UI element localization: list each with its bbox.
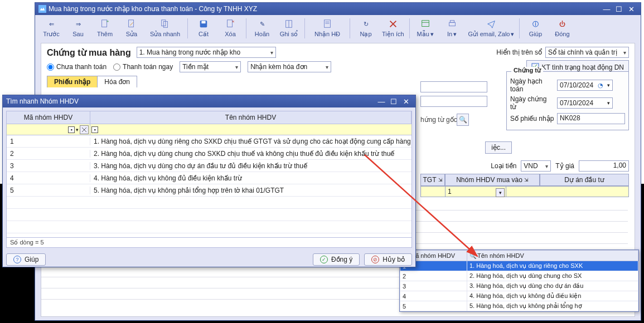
utils-button[interactable]: Tiện ích bbox=[380, 17, 406, 39]
send-button[interactable]: Gửi email, Zalo▾ bbox=[466, 17, 517, 39]
display-book-select[interactable]: Sổ tài chính và quản trị bbox=[545, 47, 629, 58]
popup-row[interactable]: 33. Hàng hóa, dịch vụ dùng cho dự án đầu bbox=[400, 281, 638, 291]
dialog-titlebar: Tìm nhanh Nhóm HHDV — ☐ ✕ bbox=[3, 95, 415, 107]
tab-receipt[interactable]: Phiếu nhập bbox=[47, 76, 98, 87]
prev-button[interactable]: ⇐Trước bbox=[38, 17, 64, 39]
posting-date-label: Ngày hạch toán bbox=[510, 77, 555, 93]
dialog-close-button[interactable]: ✕ bbox=[400, 97, 412, 106]
receive-invoice-button[interactable]: Nhận HĐ bbox=[308, 17, 347, 39]
dialog-col-code[interactable]: Mã nhóm HHDV bbox=[7, 111, 90, 124]
defer-button[interactable]: ✎Hoãn bbox=[249, 17, 275, 38]
reference-button[interactable]: iệc... bbox=[485, 141, 512, 154]
col-tgt[interactable]: TGT⇲ bbox=[420, 174, 445, 186]
template-icon bbox=[420, 18, 431, 30]
search-icon: 🔍 bbox=[469, 253, 476, 259]
group-dropdown-popup: 🔍Mã nhóm HHDV 🔍Tên nhóm HHDV 11. Hàng ho… bbox=[399, 249, 639, 312]
maximize-button[interactable]: ☐ bbox=[613, 5, 625, 13]
save-icon bbox=[198, 18, 209, 30]
dialog-row[interactable]: 44. Hàng hóa, dịch vụ không đủ điều kiện… bbox=[7, 172, 411, 184]
unpaid-radio[interactable]: Chưa thanh toán bbox=[47, 63, 106, 71]
popup-row[interactable]: 11. Hàng hoá, dịch vụ dùng riêng cho SXK bbox=[400, 261, 638, 271]
popup-row[interactable]: 55. Hàng hóa, dịch vụ không phải tổng hợ bbox=[400, 301, 638, 311]
document-group-title: Chứng từ bbox=[511, 67, 543, 74]
popup-row[interactable]: 44. Hàng hóa, dịch vụ không đủ điều kiện bbox=[400, 291, 638, 301]
chevron-down-icon[interactable]: ▾ bbox=[607, 82, 610, 88]
popup-row[interactable]: 22. Hàng hóa, dịch vụ dùng chung cho SX bbox=[400, 271, 638, 281]
doc-date-label: Ngày chứng từ bbox=[510, 95, 555, 111]
dialog-row[interactable]: 33. Hàng hóa, dịch vụ dùng cho dự án đầu… bbox=[7, 160, 411, 172]
svg-rect-17 bbox=[449, 22, 455, 26]
dialog-grid-header: Mã nhóm HHDV Tên nhóm HHDV bbox=[7, 111, 411, 124]
pin-icon: ⇲ bbox=[438, 177, 443, 183]
paid-now-radio[interactable]: Thanh toán ngay bbox=[113, 63, 173, 71]
chevron-down-icon: ▾ bbox=[430, 31, 434, 38]
pin-icon: ⇲ bbox=[524, 177, 529, 183]
currency-label: Loại tiền bbox=[491, 162, 516, 170]
edit-button[interactable]: Sửa bbox=[119, 17, 144, 39]
dialog-help-button[interactable]: ?Giúp bbox=[6, 253, 46, 266]
tab-invoice[interactable]: Hóa đơn bbox=[97, 76, 137, 87]
svg-rect-3 bbox=[129, 20, 134, 27]
printer-icon bbox=[447, 18, 458, 30]
dialog-minimize-button[interactable]: — bbox=[375, 97, 388, 106]
chevron-down-icon: ▾ bbox=[511, 31, 514, 38]
doc-date-input[interactable]: 07/10/2024 ▾ bbox=[557, 97, 613, 109]
dialog-maximize-button[interactable]: ☐ bbox=[388, 97, 400, 106]
chevron-down-icon[interactable]: ▾ bbox=[607, 100, 610, 106]
quick-edit-icon bbox=[159, 18, 171, 30]
rate-input[interactable]: 1,00 bbox=[579, 160, 629, 172]
dialog-row[interactable]: 22. Hàng hóa, dịch vụ dùng chung cho SXK… bbox=[7, 148, 411, 160]
filter-checkbox-2[interactable]: ▪ bbox=[91, 126, 98, 133]
exit-button[interactable]: ⏻Đóng bbox=[549, 17, 575, 38]
help-button[interactable]: ⓘGiúp bbox=[522, 17, 548, 38]
dialog-row[interactable]: 55. Hàng hóa, dịch vụ không phải tổng hợ… bbox=[7, 184, 411, 197]
save-button[interactable]: Cất bbox=[191, 17, 216, 39]
dialog-col-name[interactable]: Tên nhóm HHDV bbox=[90, 111, 411, 124]
pencil-icon: ✎ bbox=[256, 18, 268, 30]
svg-rect-7 bbox=[201, 21, 205, 24]
next-button[interactable]: ⇒Sau bbox=[65, 17, 91, 38]
dialog-rows: 11. Hàng hoá, dịch vụ dùng riêng cho SXK… bbox=[7, 135, 411, 237]
grid-headers: TGT⇲ Nhóm HHDV mua vào⇲ Dự án đầu tư bbox=[420, 174, 629, 186]
origin-search-button[interactable]: 🔍 bbox=[457, 114, 469, 126]
chevron-down-icon[interactable]: ▾ bbox=[496, 188, 505, 197]
dialog-ok-button[interactable]: ✓Đồng ý bbox=[313, 253, 360, 266]
page-title: Chứng từ mua hàng bbox=[47, 47, 131, 58]
chevron-down-icon: ▾ bbox=[453, 31, 457, 38]
receipt-no-input[interactable]: NK028 bbox=[557, 113, 625, 124]
svg-text:+: + bbox=[106, 19, 109, 24]
posting-date-input[interactable]: 07/10/2024 ◔ ▾ bbox=[557, 80, 613, 91]
document-group: Chứng từ Ngày hạch toán 07/10/2024 ◔ ▾ N… bbox=[506, 71, 629, 130]
check-icon: ✓ bbox=[320, 256, 328, 263]
power-icon: ⏻ bbox=[556, 18, 568, 30]
post-button[interactable]: Ghi sổ bbox=[276, 17, 302, 39]
edit-row: 1 ▾ bbox=[420, 186, 629, 197]
quick-edit-button[interactable]: Sửa nhanh bbox=[146, 17, 185, 39]
currency-select[interactable]: VND bbox=[521, 160, 551, 172]
info-icon: ⓘ bbox=[530, 18, 541, 30]
payment-method-select[interactable]: Tiền mặt bbox=[180, 61, 241, 72]
add-button[interactable]: +Thêm bbox=[92, 17, 118, 38]
filter-clear-icon[interactable] bbox=[80, 125, 89, 134]
invoice-option-select[interactable]: Nhận kèm hóa đơn bbox=[248, 61, 331, 72]
search-dialog: Tìm nhanh Nhóm HHDV — ☐ ✕ Mã nhóm HHDV T… bbox=[2, 95, 416, 267]
filter-checkbox[interactable]: ▪ bbox=[68, 126, 75, 133]
refresh-icon: ↻ bbox=[360, 18, 371, 30]
col-group[interactable]: Nhóm HHDV mua vào⇲ bbox=[445, 174, 540, 186]
print-button[interactable]: In▾ bbox=[439, 17, 465, 39]
display-label: Hiển thị trên sổ bbox=[496, 48, 542, 56]
dialog-cancel-button[interactable]: ⊘Hủy bỏ bbox=[364, 253, 412, 266]
reload-button[interactable]: ↻Nạp bbox=[353, 17, 379, 39]
template-button[interactable]: Mẫu▾ bbox=[413, 17, 438, 39]
minimize-button[interactable]: — bbox=[601, 5, 613, 13]
purchase-type-select[interactable]: 1. Mua hàng trong nước nhập kho bbox=[137, 47, 276, 58]
partial-input-1[interactable] bbox=[420, 81, 487, 92]
close-button[interactable]: ✕ bbox=[625, 5, 637, 13]
popup-col-name[interactable]: 🔍Tên nhóm HHDV bbox=[467, 251, 638, 261]
group-cell-input[interactable]: 1 ▾ bbox=[446, 188, 506, 195]
partial-input-2[interactable] bbox=[420, 96, 487, 107]
col-project[interactable]: Dự án đầu tư bbox=[540, 174, 629, 186]
delete-button[interactable]: ×Xóa bbox=[217, 17, 243, 38]
dialog-row[interactable]: 11. Hàng hoá, dịch vụ dùng riêng cho SXK… bbox=[7, 135, 411, 148]
chevron-down-icon[interactable]: ▾ bbox=[76, 127, 79, 133]
